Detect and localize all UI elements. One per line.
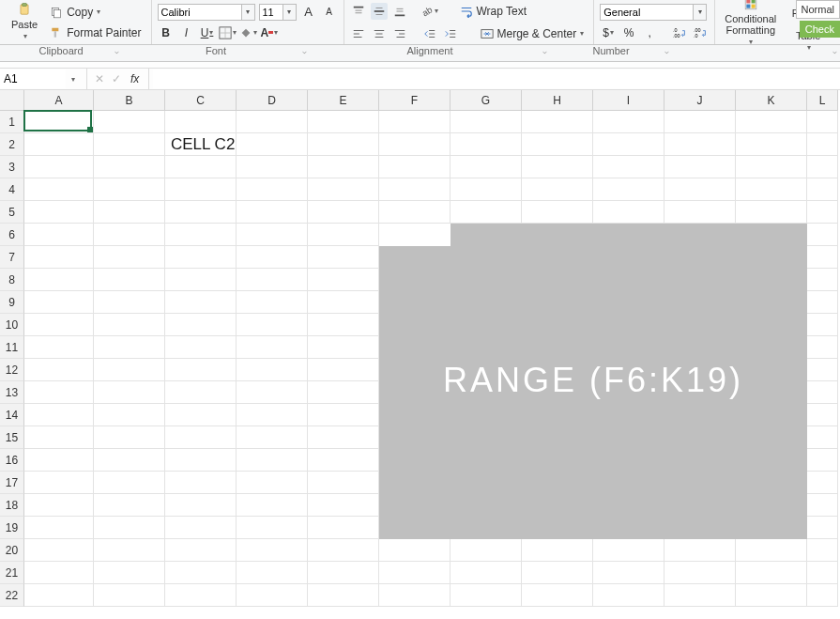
increase-decimal-button[interactable]: .0.00 xyxy=(671,24,688,41)
cell-E17[interactable] xyxy=(308,472,379,494)
cell-A4[interactable] xyxy=(24,178,94,201)
number-format-input[interactable] xyxy=(600,4,694,21)
column-header-K[interactable]: K xyxy=(736,90,807,111)
column-header-L[interactable]: L xyxy=(807,90,838,111)
column-header-G[interactable]: G xyxy=(451,90,522,111)
row-header-13[interactable]: 13 xyxy=(0,381,24,404)
row-header-5[interactable]: 5 xyxy=(0,201,24,224)
cell-C18[interactable] xyxy=(165,494,237,517)
fill-color-button[interactable]: ▾ xyxy=(240,24,257,41)
style-normal-button[interactable]: Normal xyxy=(796,0,840,19)
cell-C6[interactable] xyxy=(165,224,237,246)
format-painter-button[interactable]: Format Painter xyxy=(45,23,145,42)
cell-L16[interactable] xyxy=(807,449,838,472)
cell-E3[interactable] xyxy=(308,156,379,178)
row-header-9[interactable]: 9 xyxy=(0,291,24,314)
cell-I5[interactable] xyxy=(593,201,664,224)
cell-L13[interactable] xyxy=(807,381,838,404)
cell-H20[interactable] xyxy=(522,539,593,562)
cell-A18[interactable] xyxy=(24,494,94,517)
cell-F20[interactable] xyxy=(379,539,451,562)
cell-B7[interactable] xyxy=(94,246,165,269)
cell-L7[interactable] xyxy=(807,246,838,269)
cell-C15[interactable] xyxy=(165,426,237,449)
cell-A17[interactable] xyxy=(24,472,94,494)
row-header-8[interactable]: 8 xyxy=(0,269,24,291)
orientation-button[interactable]: ab▾ xyxy=(421,3,438,20)
row-header-6[interactable]: 6 xyxy=(0,224,24,246)
cell-I2[interactable] xyxy=(593,133,664,156)
column-header-C[interactable]: C xyxy=(165,90,237,111)
cell-D19[interactable] xyxy=(237,517,308,539)
chevron-down-icon[interactable]: ▾ xyxy=(242,4,255,21)
bold-button[interactable]: B xyxy=(158,24,175,41)
cell-K22[interactable] xyxy=(736,584,807,607)
decrease-indent-button[interactable] xyxy=(421,25,438,42)
cell-C12[interactable] xyxy=(165,359,237,381)
cell-B14[interactable] xyxy=(94,404,165,426)
cell-A19[interactable] xyxy=(24,517,94,539)
cell-C7[interactable] xyxy=(165,246,237,269)
cell-C4[interactable] xyxy=(165,178,237,201)
cell-C3[interactable] xyxy=(165,156,237,178)
column-header-F[interactable]: F xyxy=(379,90,451,111)
cell-B17[interactable] xyxy=(94,472,165,494)
cell-I22[interactable] xyxy=(593,584,664,607)
cell-C20[interactable] xyxy=(165,539,237,562)
cell-D22[interactable] xyxy=(237,584,308,607)
cell-D4[interactable] xyxy=(237,178,308,201)
cell-D3[interactable] xyxy=(237,156,308,178)
cell-A7[interactable] xyxy=(24,246,94,269)
cell-B12[interactable] xyxy=(94,359,165,381)
cell-A2[interactable] xyxy=(24,133,94,156)
borders-button[interactable]: ▾ xyxy=(220,24,237,41)
row-header-1[interactable]: 1 xyxy=(0,111,24,133)
cell-D21[interactable] xyxy=(237,562,308,584)
cell-B16[interactable] xyxy=(94,449,165,472)
cell-D11[interactable] xyxy=(237,336,308,359)
cell-L14[interactable] xyxy=(807,404,838,426)
cell-F2[interactable] xyxy=(379,133,451,156)
cell-D6[interactable] xyxy=(237,224,308,246)
column-header-J[interactable]: J xyxy=(664,90,736,111)
cell-K21[interactable] xyxy=(736,562,807,584)
cell-L20[interactable] xyxy=(807,539,838,562)
cell-C2[interactable] xyxy=(165,133,237,156)
conditional-formatting-button[interactable]: Conditional Formatting ▾ xyxy=(721,2,780,43)
cell-C22[interactable] xyxy=(165,584,237,607)
cell-E1[interactable] xyxy=(308,111,379,133)
row-header-4[interactable]: 4 xyxy=(0,178,24,201)
align-right-button[interactable] xyxy=(391,25,408,42)
cell-B15[interactable] xyxy=(94,426,165,449)
cell-D16[interactable] xyxy=(237,449,308,472)
cell-L9[interactable] xyxy=(807,291,838,314)
cell-H3[interactable] xyxy=(522,156,593,178)
cell-F22[interactable] xyxy=(379,584,451,607)
cell-G21[interactable] xyxy=(451,562,522,584)
cell-G5[interactable] xyxy=(451,201,522,224)
cell-J21[interactable] xyxy=(664,562,736,584)
cell-F3[interactable] xyxy=(379,156,451,178)
cell-K2[interactable] xyxy=(736,133,807,156)
cell-A20[interactable] xyxy=(24,539,94,562)
comma-format-button[interactable]: , xyxy=(641,24,658,41)
shrink-font-button[interactable]: A xyxy=(321,4,338,21)
cell-D20[interactable] xyxy=(237,539,308,562)
cell-A3[interactable] xyxy=(24,156,94,178)
name-box-input[interactable] xyxy=(0,70,66,88)
cell-D9[interactable] xyxy=(237,291,308,314)
row-header-3[interactable]: 3 xyxy=(0,156,24,178)
cell-E12[interactable] xyxy=(308,359,379,381)
cell-E19[interactable] xyxy=(308,517,379,539)
wrap-text-button[interactable]: Wrap Text xyxy=(455,2,531,21)
cell-C11[interactable] xyxy=(165,336,237,359)
cell-L12[interactable] xyxy=(807,359,838,381)
cell-K5[interactable] xyxy=(736,201,807,224)
cell-E11[interactable] xyxy=(308,336,379,359)
cell-F5[interactable] xyxy=(379,201,451,224)
cell-D1[interactable] xyxy=(237,111,308,133)
cell-C9[interactable] xyxy=(165,291,237,314)
cell-E22[interactable] xyxy=(308,584,379,607)
row-header-21[interactable]: 21 xyxy=(0,562,24,584)
chevron-down-icon[interactable]: ▾ xyxy=(66,75,81,84)
